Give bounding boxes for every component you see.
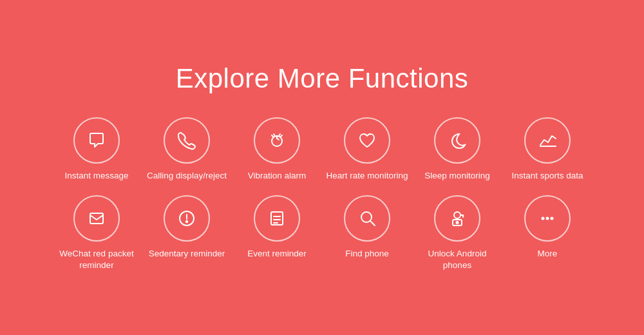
chart-icon bbox=[524, 117, 571, 164]
svg-line-6 bbox=[281, 135, 282, 137]
feature-item-vibration-alarm: Vibration alarm bbox=[235, 117, 319, 182]
svg-point-22 bbox=[457, 222, 459, 224]
feature-label-sports-data: Instant sports data bbox=[511, 170, 583, 182]
svg-line-17 bbox=[370, 221, 375, 225]
feature-item-heart-rate: Heart rate monitoring bbox=[325, 117, 409, 182]
exclamation-icon bbox=[164, 195, 210, 242]
phone-icon bbox=[164, 117, 210, 164]
svg-line-2 bbox=[277, 139, 279, 140]
envelope-icon bbox=[73, 195, 120, 242]
more-dots-icon bbox=[524, 195, 571, 242]
feature-label-more: More bbox=[538, 248, 558, 260]
features-grid: Instant message Calling display/reject V… bbox=[55, 117, 589, 273]
feature-item-instant-message: Instant message bbox=[55, 117, 138, 182]
feature-label-instant-message: Instant message bbox=[64, 170, 128, 182]
key-icon bbox=[434, 195, 480, 242]
feature-item-find-phone: Find phone bbox=[325, 195, 409, 273]
heart-icon bbox=[344, 117, 390, 164]
svg-point-18 bbox=[454, 212, 460, 218]
svg-point-11 bbox=[186, 220, 187, 222]
feature-label-vibration-alarm: Vibration alarm bbox=[248, 170, 307, 182]
svg-point-24 bbox=[546, 216, 549, 220]
svg-point-23 bbox=[542, 216, 545, 220]
page-title: Explore More Functions bbox=[176, 63, 469, 94]
svg-point-25 bbox=[551, 216, 554, 220]
svg-line-3 bbox=[274, 134, 275, 136]
feature-item-unlock-android: Unlock Android phones bbox=[415, 195, 499, 273]
svg-line-4 bbox=[279, 134, 280, 136]
feature-label-sleep-monitoring: Sleep monitoring bbox=[424, 170, 489, 182]
feature-item-sedentary-reminder: Sedentary reminder bbox=[145, 195, 229, 273]
feature-item-sports-data: Instant sports data bbox=[506, 117, 589, 182]
feature-label-calling-display: Calling display/reject bbox=[147, 170, 227, 182]
moon-icon bbox=[434, 117, 480, 164]
chat-bubble-icon bbox=[73, 117, 120, 164]
alarm-clock-icon bbox=[254, 117, 300, 164]
feature-label-event-reminder: Event reminder bbox=[247, 248, 307, 260]
feature-item-sleep-monitoring: Sleep monitoring bbox=[415, 117, 499, 182]
feature-label-sedentary-reminder: Sedentary reminder bbox=[149, 248, 225, 260]
svg-line-5 bbox=[272, 135, 273, 137]
feature-label-heart-rate: Heart rate monitoring bbox=[327, 170, 408, 182]
svg-rect-8 bbox=[90, 213, 103, 224]
feature-item-event-reminder: Event reminder bbox=[235, 195, 319, 273]
feature-item-more: More bbox=[506, 195, 589, 273]
feature-item-calling-display: Calling display/reject bbox=[145, 117, 229, 182]
search-icon bbox=[344, 195, 390, 242]
feature-label-wechat-red-packet: WeChat red packet reminder bbox=[55, 248, 138, 273]
calendar-icon bbox=[254, 195, 300, 242]
feature-label-find-phone: Find phone bbox=[345, 248, 389, 260]
feature-item-wechat-red-packet: WeChat red packet reminder bbox=[55, 195, 138, 273]
feature-label-unlock-android: Unlock Android phones bbox=[415, 248, 499, 273]
